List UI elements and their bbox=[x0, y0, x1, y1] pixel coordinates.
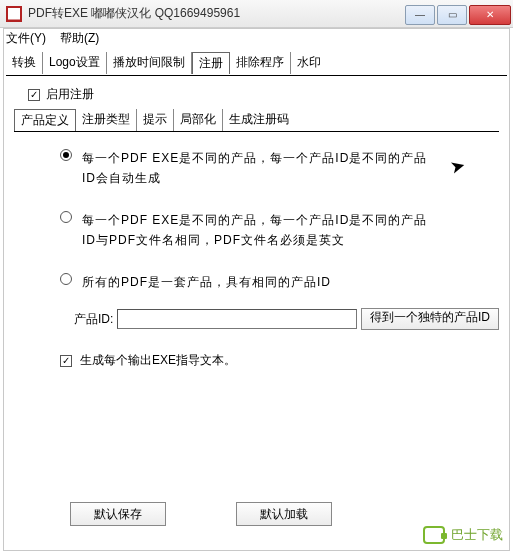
minimize-button[interactable]: — bbox=[405, 5, 435, 25]
bottom-buttons: 默认保存 默认加载 bbox=[70, 502, 332, 526]
default-load-button[interactable]: 默认加载 bbox=[236, 502, 332, 526]
maximize-button[interactable]: ▭ bbox=[437, 5, 467, 25]
watermark-icon bbox=[423, 526, 445, 544]
app-icon bbox=[6, 6, 22, 22]
window-controls: — ▭ ✕ bbox=[405, 3, 513, 25]
window-title: PDF转EXE 嘟嘟侠汉化 QQ1669495961 bbox=[28, 5, 240, 22]
default-save-button[interactable]: 默认保存 bbox=[70, 502, 166, 526]
titlebar: PDF转EXE 嘟嘟侠汉化 QQ1669495961 — ▭ ✕ bbox=[0, 0, 513, 28]
window-border bbox=[3, 28, 510, 551]
site-watermark: 巴士下载 bbox=[423, 526, 503, 544]
watermark-text: 巴士下载 bbox=[451, 526, 503, 544]
close-button[interactable]: ✕ bbox=[469, 5, 511, 25]
